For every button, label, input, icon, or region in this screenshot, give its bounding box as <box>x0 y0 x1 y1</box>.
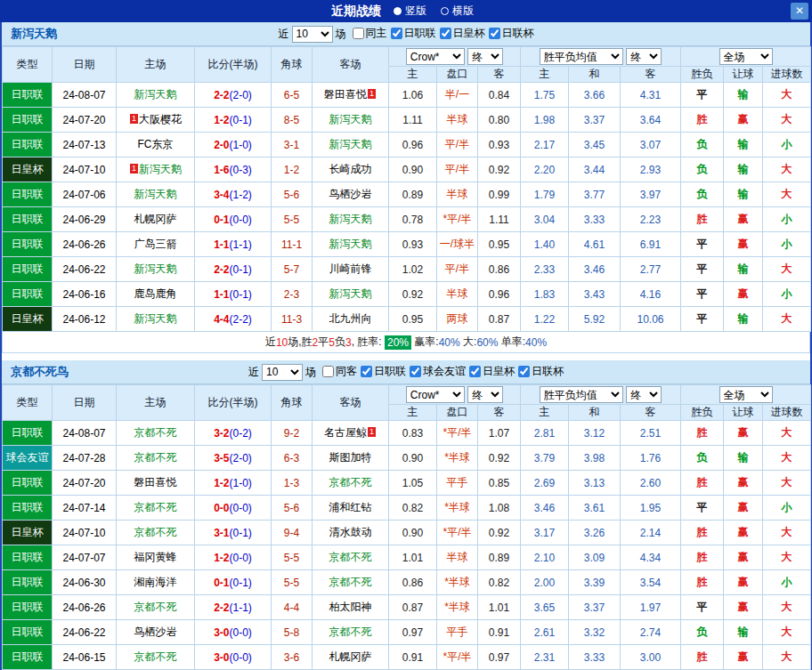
result-cell: 平 <box>681 307 724 332</box>
checkbox-input[interactable] <box>322 366 334 377</box>
odds-final-select[interactable]: 终 <box>467 48 503 65</box>
away-team-cell: 京都不死 <box>313 545 389 570</box>
odds-handicap: 平/半 <box>437 133 478 157</box>
match-count-select[interactable]: 10 <box>262 364 303 381</box>
goals-result-cell: 大 <box>763 157 811 182</box>
odds-handicap: 半球 <box>437 282 478 307</box>
filter-checkbox[interactable]: 日职联 <box>391 26 436 41</box>
col-header-odds-home: 主 <box>389 405 437 421</box>
match-date: 24-07-28 <box>53 446 117 471</box>
odds-home: 1.11 <box>389 108 437 133</box>
checkbox-input[interactable] <box>440 28 451 39</box>
col-header-odds-away: 客 <box>478 67 521 83</box>
near-label: 近 <box>248 365 259 380</box>
halftime-score: (0-2) <box>230 427 252 440</box>
handicap-result-cell: 输 <box>724 182 763 207</box>
halftime-score: (2-0) <box>230 89 252 101</box>
corner-cell: 1-2 <box>272 157 313 182</box>
match-row: 日职联24-06-26广岛三箭1-1(1-1)11-1新泻天鹅0.93一/球半0… <box>3 232 811 257</box>
avg-final-select[interactable]: 终 <box>626 386 662 403</box>
filter-checkbox[interactable]: 日联杯 <box>518 364 564 379</box>
match-date: 24-07-10 <box>53 521 117 545</box>
goals-result-cell: 大 <box>763 257 811 282</box>
odds-home: 0.82 <box>389 496 437 521</box>
away-team-cell: 新泻天鹅 <box>313 108 389 133</box>
bookmaker-select[interactable]: Crow* <box>406 48 465 65</box>
halftime-score: (1-2) <box>230 189 252 201</box>
filter-checkbox[interactable]: 日皇杯 <box>440 26 485 41</box>
checkbox-input[interactable] <box>361 366 372 377</box>
score-cell: 1-2(0-1) <box>195 108 272 133</box>
checkbox-input[interactable] <box>353 28 364 39</box>
rank-badge: 1 <box>368 89 376 99</box>
match-row: 日皇杯24-07-10京都不死3-1(0-1)9-4清水鼓动0.90*平/半0.… <box>3 521 811 545</box>
score-cell: 3-1(0-1) <box>195 521 272 545</box>
result-cell: 胜 <box>681 421 724 446</box>
away-team-cell: 京都不死 <box>313 471 389 496</box>
checkbox-input[interactable] <box>410 366 421 377</box>
summary-segment: , 胜率: <box>352 335 385 350</box>
match-count-select[interactable]: 10 <box>292 26 333 43</box>
layout-radio-vertical[interactable]: 竖版 <box>394 4 426 19</box>
team-link: 京都不死 <box>134 650 177 663</box>
col-header-avg-home: 主 <box>521 405 569 421</box>
team-name: 新泻天鹅 <box>11 26 57 42</box>
checkbox-label: 同客 <box>336 364 357 379</box>
col-header-avg-draw: 和 <box>569 405 621 421</box>
result-cell: 胜 <box>681 545 724 570</box>
checkbox-input[interactable] <box>391 28 402 39</box>
home-team-cell: 京都不死 <box>117 521 195 545</box>
section-divider <box>2 353 810 360</box>
match-date: 24-06-22 <box>53 620 117 645</box>
filter-checkbox[interactable]: 日职联 <box>361 364 406 379</box>
league-type-cell: 日职联 <box>3 545 53 570</box>
scope-select[interactable]: 全场 <box>719 386 773 403</box>
away-team-cell: 长崎成功 <box>313 157 389 182</box>
team-link: 名古屋鲸 <box>324 426 367 439</box>
home-team-cell: 鹿岛鹿角 <box>117 282 195 307</box>
filter-checkbox[interactable]: 同客 <box>322 364 357 379</box>
team-link: 清水鼓动 <box>329 526 372 538</box>
result-cell: 胜 <box>681 645 724 670</box>
filter-checkbox[interactable]: 球会友谊 <box>410 364 466 379</box>
bookmaker-select[interactable]: Crow* <box>406 386 465 403</box>
corner-cell: 8-5 <box>272 108 313 133</box>
handicap-result-cell: 输 <box>724 620 763 645</box>
checkbox-input[interactable] <box>518 366 530 377</box>
handicap-result-cell: 赢 <box>724 421 763 446</box>
filter-checkbox[interactable]: 同主 <box>353 26 387 41</box>
avg-away: 2.60 <box>621 471 681 496</box>
filter-checkbox[interactable]: 日联杯 <box>489 26 534 41</box>
result-cell: 负 <box>681 157 724 182</box>
scope-select[interactable]: 全场 <box>719 48 773 65</box>
team-link: FC东京 <box>138 138 174 150</box>
avg-home: 3.17 <box>521 521 569 545</box>
col-header-result: 胜负 <box>681 405 724 421</box>
goals-result-cell: 大 <box>763 595 811 620</box>
col-header-date: 日期 <box>53 47 117 83</box>
avg-draw: 3.09 <box>569 545 621 570</box>
fulltime-score: 1-1 <box>214 238 229 251</box>
match-row: 日职联24-06-26京都不死2-2(1-1)4-4柏太阳神0.87*半球1.0… <box>3 595 811 620</box>
summary-segment: 5 <box>329 336 335 349</box>
avg-odds-select[interactable]: 胜平负均值 <box>540 386 623 403</box>
filter-checkbox[interactable]: 日皇杯 <box>469 364 515 379</box>
odds-final-select[interactable]: 终 <box>467 386 503 403</box>
match-date: 24-06-26 <box>53 595 117 620</box>
checkbox-input[interactable] <box>469 366 481 377</box>
goals-result-cell: 小 <box>763 133 811 157</box>
score-cell: 2-2(2-0) <box>195 83 272 108</box>
close-icon[interactable]: ✕ <box>791 3 808 20</box>
home-team-cell: 京都不死 <box>117 446 195 471</box>
score-cell: 2-2(1-1) <box>195 595 272 620</box>
avg-odds-select[interactable]: 胜平负均值 <box>540 48 623 65</box>
rank-badge: 1 <box>130 114 138 124</box>
avg-final-select[interactable]: 终 <box>626 48 662 65</box>
odds-home: 1.06 <box>389 83 437 108</box>
score-cell: 2-0(1-0) <box>195 133 272 157</box>
col-header-avg-away: 客 <box>621 67 681 83</box>
avg-draw: 3.46 <box>569 257 621 282</box>
checkbox-input[interactable] <box>489 28 500 39</box>
away-team-cell: 新泻天鹅 <box>313 282 389 307</box>
layout-radio-horizontal[interactable]: 横版 <box>441 4 474 19</box>
